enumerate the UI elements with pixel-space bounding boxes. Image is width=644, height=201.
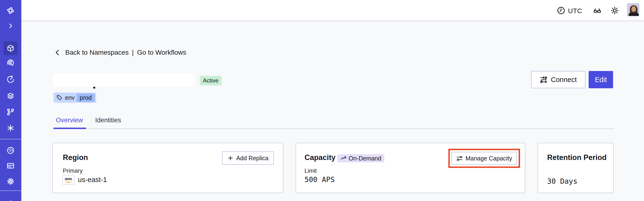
capacity-field-label: Limit bbox=[304, 168, 317, 174]
sidebar-item-settings[interactable] bbox=[6, 177, 15, 186]
connect-icon bbox=[540, 76, 548, 84]
tag-value: prod bbox=[77, 94, 94, 102]
namespace-tag: env prod bbox=[54, 92, 96, 103]
region-field-label: Primary bbox=[63, 168, 83, 174]
chevron-left-icon bbox=[54, 49, 62, 56]
expand-chevron-icon[interactable] bbox=[7, 22, 14, 29]
avatar-body bbox=[629, 13, 639, 16]
add-replica-button[interactable]: Add Replica bbox=[222, 151, 274, 165]
temporal-logo-icon[interactable] bbox=[6, 6, 15, 15]
go-to-workflows-link[interactable]: Go to Workflows bbox=[137, 49, 186, 56]
on-demand-badge: On-Demand bbox=[337, 154, 384, 162]
manage-capacity-button[interactable]: Manage Capacity bbox=[452, 152, 517, 165]
sidebar bbox=[0, 0, 21, 201]
topbar: UTC bbox=[21, 0, 644, 21]
region-value-row: aws us-east-1 bbox=[62, 175, 107, 185]
tab-identities[interactable]: Identities bbox=[95, 116, 121, 124]
timezone-label: UTC bbox=[568, 7, 582, 15]
retention-card-title: Retention Period bbox=[547, 153, 606, 162]
tabs-border bbox=[54, 128, 614, 129]
edit-button-label: Edit bbox=[595, 76, 607, 84]
aws-smile-arrow bbox=[65, 180, 72, 182]
trending-up-icon bbox=[340, 156, 346, 162]
tab-overview[interactable]: Overview bbox=[56, 116, 83, 124]
sidebar-item-schedules[interactable] bbox=[6, 75, 15, 84]
sidebar-item-deployments[interactable] bbox=[6, 92, 15, 100]
sliders-icon bbox=[456, 155, 463, 162]
add-replica-label: Add Replica bbox=[236, 155, 268, 162]
breadcrumb: Back to Namespaces | Go to Workflows bbox=[54, 49, 186, 56]
temporal-cloud-namespace-page: UTC bbox=[0, 0, 644, 201]
aws-logo: aws bbox=[62, 175, 74, 185]
connect-button-label: Connect bbox=[551, 76, 577, 84]
sidebar-divider bbox=[0, 139, 21, 139]
sidebar-item-namespaces[interactable] bbox=[6, 44, 15, 52]
capacity-card-title: Capacity bbox=[304, 153, 336, 162]
tag-key: env bbox=[65, 94, 74, 101]
edit-button[interactable]: Edit bbox=[588, 71, 613, 88]
status-badge: Active bbox=[200, 76, 222, 86]
region-card: Region Add Replica Primary aws us-east-1 bbox=[52, 143, 284, 193]
region-value: us-east-1 bbox=[78, 176, 107, 184]
breadcrumb-separator: | bbox=[132, 49, 134, 56]
sidebar-item-workflows[interactable] bbox=[6, 59, 15, 67]
action-highlight-box: Manage Capacity bbox=[448, 149, 520, 168]
tab-active-underline bbox=[54, 128, 86, 129]
clock-icon bbox=[557, 6, 565, 16]
sidebar-item-billing[interactable] bbox=[6, 162, 15, 170]
capacity-value: 500 APS bbox=[304, 175, 335, 184]
theme-toggle-sun-icon[interactable] bbox=[610, 6, 619, 15]
on-demand-badge-label: On-Demand bbox=[348, 155, 381, 162]
connect-button[interactable]: Connect bbox=[531, 71, 586, 88]
capacity-card: Capacity On-Demand Limit 500 APS Manage … bbox=[296, 143, 525, 193]
sidebar-item-nexus[interactable] bbox=[6, 108, 15, 116]
manage-capacity-label: Manage Capacity bbox=[466, 155, 512, 162]
user-avatar[interactable] bbox=[627, 3, 639, 16]
namespace-title-redacted bbox=[53, 74, 195, 86]
region-card-title: Region bbox=[63, 153, 88, 162]
timezone-selector[interactable]: UTC bbox=[557, 6, 582, 16]
avatar-face bbox=[632, 6, 636, 12]
sidebar-item-support[interactable] bbox=[6, 200, 15, 201]
back-to-namespaces-link[interactable]: Back to Namespaces bbox=[65, 49, 129, 56]
namespace-title-artifact bbox=[93, 87, 95, 88]
retention-card: Retention Period 30 Days bbox=[538, 143, 614, 193]
sidebar-item-batch-operations[interactable] bbox=[6, 124, 15, 132]
sidebar-divider bbox=[0, 190, 21, 191]
plus-icon bbox=[227, 155, 234, 161]
retention-value: 30 Days bbox=[547, 177, 577, 186]
sidebar-item-usage[interactable] bbox=[6, 146, 15, 154]
tag-icon bbox=[56, 94, 63, 101]
labs-glasses-icon[interactable] bbox=[593, 6, 602, 15]
